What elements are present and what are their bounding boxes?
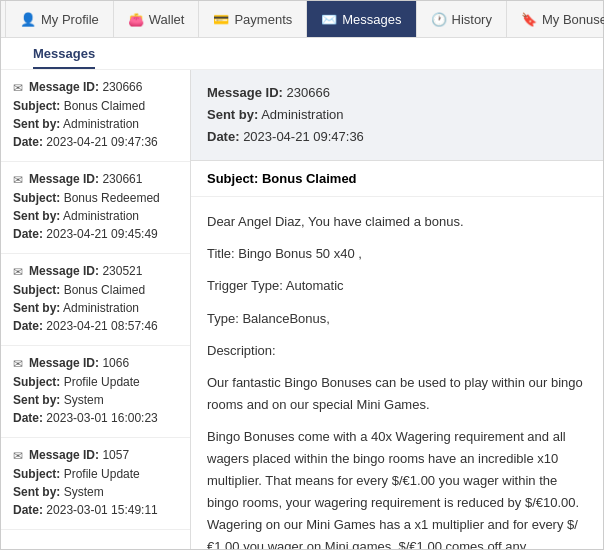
message-sentby: Sent by: System [13,483,178,501]
list-item[interactable]: ✉ Message ID: 1066 Subject: Profile Upda… [1,346,190,438]
message-subject: Subject: Profile Update [13,465,178,483]
tab-mybonuses-label: My Bonuses [542,12,604,27]
list-item[interactable]: ✉ Message ID: 230661 Subject: Bonus Rede… [1,162,190,254]
envelope-icon: ✉ [13,357,23,371]
message-subject: Subject: Profile Update [13,373,178,391]
wallet-icon: 👛 [128,12,144,27]
detail-date: Date: 2023-04-21 09:47:36 [207,126,587,148]
message-date: Date: 2023-03-01 16:00:23 [13,409,178,427]
detail-message-id: Message ID: 230666 [207,82,587,104]
tab-payments[interactable]: 💳 Payments [199,1,307,37]
message-sentby: Sent by: System [13,391,178,409]
envelope-icon: ✉ [13,265,23,279]
detail-subject: Subject: Bonus Claimed [191,161,603,197]
message-sentby: Sent by: Administration [13,207,178,225]
message-subject: Subject: Bonus Redeemed [13,189,178,207]
message-id-label: Message ID: 230666 [29,80,142,94]
message-subject: Subject: Bonus Claimed [13,281,178,299]
message-id-label: Message ID: 1066 [29,356,129,370]
tab-payments-label: Payments [234,12,292,27]
profile-icon: 👤 [20,12,36,27]
detail-body: Dear Angel Diaz, You have claimed a bonu… [191,197,603,549]
message-date: Date: 2023-03-01 15:49:11 [13,501,178,519]
body-line-5: Our fantastic Bingo Bonuses can be used … [207,372,587,416]
content-area: ✉ Message ID: 230666 Subject: Bonus Clai… [1,70,603,549]
history-icon: 🕐 [431,12,447,27]
message-id-label: Message ID: 230521 [29,264,142,278]
message-date: Date: 2023-04-21 08:57:46 [13,317,178,335]
list-item[interactable]: ✉ Message ID: 230666 Subject: Bonus Clai… [1,70,190,162]
body-line-4: Description: [207,340,587,362]
detail-header: Message ID: 230666 Sent by: Administrati… [191,70,603,161]
message-id-label: Message ID: 1057 [29,448,129,462]
list-item[interactable]: ✉ Message ID: 1057 Subject: Profile Upda… [1,438,190,530]
tab-history-label: History [452,12,492,27]
message-detail: Message ID: 230666 Sent by: Administrati… [191,70,603,549]
breadcrumb-wrapper: Messages [1,38,603,70]
tab-profile[interactable]: 👤 My Profile [5,1,114,37]
body-line-3: Type: BalanceBonus, [207,308,587,330]
body-line-1: Title: Bingo Bonus 50 x40 , [207,243,587,265]
message-list: ✉ Message ID: 230666 Subject: Bonus Clai… [1,70,191,549]
body-line-0: Dear Angel Diaz, You have claimed a bonu… [207,211,587,233]
message-date: Date: 2023-04-21 09:45:49 [13,225,178,243]
payments-icon: 💳 [213,12,229,27]
envelope-icon: ✉ [13,449,23,463]
tab-wallet[interactable]: 👛 Wallet [114,1,200,37]
tab-history[interactable]: 🕐 History [417,1,507,37]
message-sentby: Sent by: Administration [13,115,178,133]
body-line-6: Bingo Bonuses come with a 40x Wagering r… [207,426,587,549]
mybonuses-icon: 🔖 [521,12,537,27]
tab-messages[interactable]: ✉️ Messages [307,1,416,37]
message-date: Date: 2023-04-21 09:47:36 [13,133,178,151]
envelope-icon: ✉ [13,81,23,95]
message-sentby: Sent by: Administration [13,299,178,317]
tab-wallet-label: Wallet [149,12,185,27]
tab-messages-label: Messages [342,12,401,27]
detail-sent-by: Sent by: Administration [207,104,587,126]
list-item[interactable]: ✉ Message ID: 230521 Subject: Bonus Clai… [1,254,190,346]
message-subject: Subject: Bonus Claimed [13,97,178,115]
modal-window: 👤 My Profile 👛 Wallet 💳 Payments ✉️ Mess… [0,0,604,550]
messages-icon: ✉️ [321,12,337,27]
breadcrumb: Messages [33,38,95,69]
envelope-icon: ✉ [13,173,23,187]
tab-bar: 👤 My Profile 👛 Wallet 💳 Payments ✉️ Mess… [1,1,603,38]
tab-mybonuses[interactable]: 🔖 My Bonuses [507,1,604,37]
body-line-2: Trigger Type: Automatic [207,275,587,297]
tab-profile-label: My Profile [41,12,99,27]
message-id-label: Message ID: 230661 [29,172,142,186]
